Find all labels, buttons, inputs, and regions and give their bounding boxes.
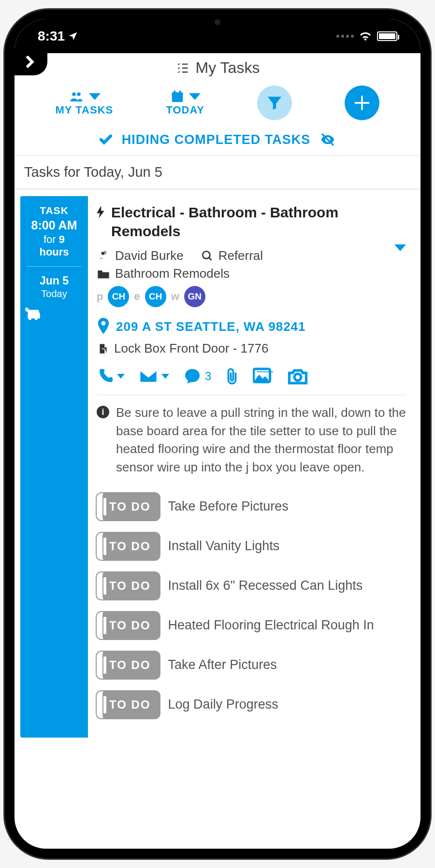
email-button[interactable] xyxy=(138,369,169,384)
date-header: Tasks for Today, Jun 5 xyxy=(14,156,420,189)
image-icon xyxy=(253,368,274,385)
todo-label: Heated Flooring Electrical Rough In xyxy=(168,618,374,633)
assignee-badge[interactable]: CH xyxy=(145,286,166,307)
chat-icon xyxy=(183,368,202,385)
lockbox-text: Lock Box Front Door - 1776 xyxy=(114,341,268,356)
hiding-label: HIDING COMPLETED TASKS xyxy=(122,132,311,147)
add-task-button[interactable] xyxy=(345,85,379,120)
todo-item: TO DOInstall Vanity Lights xyxy=(97,533,406,560)
chevron-down-icon xyxy=(117,374,125,379)
app-header: My Tasks xyxy=(14,53,420,81)
phone-icon xyxy=(97,368,114,385)
bolt-icon xyxy=(97,206,104,218)
source-icon xyxy=(201,250,214,262)
battery-icon xyxy=(377,31,397,41)
todo-label: Take After Pictures xyxy=(168,657,277,672)
address-link[interactable]: 209 A ST SEATTLE, WA 98241 xyxy=(97,318,406,335)
todo-status-button[interactable]: TO DO xyxy=(97,493,160,520)
camera-icon xyxy=(288,368,308,385)
chevron-down-icon xyxy=(189,93,201,100)
customer-icon: $ xyxy=(97,250,110,262)
group-filter-label: MY TASKS xyxy=(56,104,114,116)
todo-label: Install 6x 6" Recessed Can Lights xyxy=(168,578,363,593)
task-date: Jun 5 xyxy=(24,274,84,287)
call-button[interactable] xyxy=(97,368,125,385)
mail-icon xyxy=(138,369,159,384)
svg-point-9 xyxy=(294,374,301,381)
page-dots-icon xyxy=(336,35,354,38)
note-block: i Be sure to leave a pull string in the … xyxy=(97,404,406,477)
address-text: 209 A ST SEATTLE, WA 98241 xyxy=(116,319,306,334)
project-name: Bathroom Remodels xyxy=(115,266,230,281)
badge-prefix: p xyxy=(97,290,103,303)
pin-icon xyxy=(97,318,110,335)
task-body: Electrical - Bathroom - Bathroom Remodel… xyxy=(88,196,415,738)
notch xyxy=(150,10,285,31)
assignee-badge[interactable]: CH xyxy=(108,286,129,307)
location-arrow-icon xyxy=(68,31,78,42)
filter-row: MY TASKS TODAY xyxy=(14,81,420,127)
folder-icon xyxy=(97,268,110,280)
task-duration: for 9hours xyxy=(24,233,84,258)
filter-button[interactable] xyxy=(257,85,292,120)
todo-label: Log Daily Progress xyxy=(168,697,278,712)
actions-row: 3 xyxy=(97,367,406,395)
todo-status-button[interactable]: TO DO xyxy=(97,691,160,718)
task-time-sidebar: TASK 8:00 AM for 9hours Jun 5 Today xyxy=(20,196,88,738)
todo-status-button[interactable]: TO DO xyxy=(97,612,160,639)
chat-button[interactable]: 3 xyxy=(183,368,211,385)
wifi-icon xyxy=(359,31,372,42)
assignee-badges: pCHeCHwGN xyxy=(97,286,406,307)
attach-button[interactable] xyxy=(225,367,239,386)
badge-prefix: e xyxy=(134,290,140,303)
svg-rect-1 xyxy=(172,92,183,95)
chat-count: 3 xyxy=(205,370,211,383)
todo-status-button[interactable]: TO DO xyxy=(97,533,160,560)
info-icon: i xyxy=(97,406,109,418)
todo-item: TO DOInstall 6x 6" Recessed Can Lights xyxy=(97,572,406,599)
assignee-badge[interactable]: GN xyxy=(184,286,205,307)
date-filter-label: TODAY xyxy=(166,104,204,116)
todo-status-button[interactable]: TO DO xyxy=(97,572,160,599)
todo-label: Take Before Pictures xyxy=(168,499,289,514)
badge-prefix: w xyxy=(171,290,179,303)
task-date-sub: Today xyxy=(24,288,84,299)
status-time: 8:31 xyxy=(38,28,65,44)
page-title: My Tasks xyxy=(196,59,260,77)
calendar-icon xyxy=(170,89,185,104)
svg-rect-8 xyxy=(257,371,274,372)
customer-name: David Burke xyxy=(115,248,184,263)
tasks-list-icon xyxy=(175,61,190,75)
task-label: TASK xyxy=(24,205,84,216)
note-text: Be sure to leave a pull string in the wa… xyxy=(116,404,406,477)
source-label: Referral xyxy=(218,248,263,263)
svg-rect-2 xyxy=(174,91,176,94)
paperclip-icon xyxy=(225,367,239,386)
screen: 8:31 My Tasks xyxy=(14,19,420,849)
expand-menu-button[interactable] xyxy=(14,48,47,75)
todo-item: TO DOHeated Flooring Electrical Rough In xyxy=(97,612,406,639)
vehicle-icon xyxy=(24,305,84,321)
todo-label: Install Vanity Lights xyxy=(168,539,280,554)
todo-item: TO DOTake Before Pictures xyxy=(97,493,406,520)
expand-toggle[interactable] xyxy=(394,244,406,251)
svg-point-5 xyxy=(203,251,210,258)
chevron-down-icon xyxy=(161,374,169,379)
group-filter-button[interactable]: MY TASKS xyxy=(56,89,114,116)
task-time: 8:00 AM xyxy=(24,218,84,232)
plus-icon xyxy=(352,93,372,113)
svg-rect-3 xyxy=(179,91,181,94)
status-time-wrap: 8:31 xyxy=(38,28,78,44)
task-card[interactable]: TASK 8:00 AM for 9hours Jun 5 Today Elec… xyxy=(20,196,415,738)
date-filter-button[interactable]: TODAY xyxy=(166,89,204,116)
camera-button[interactable] xyxy=(288,368,308,385)
phone-frame: 8:31 My Tasks xyxy=(5,10,430,858)
todo-list: TO DOTake Before PicturesTO DOInstall Va… xyxy=(97,493,406,718)
svg-point-6 xyxy=(102,348,103,349)
todo-item: TO DOLog Daily Progress xyxy=(97,691,406,718)
gallery-button[interactable] xyxy=(253,368,274,385)
door-icon xyxy=(97,342,109,356)
hiding-toggle[interactable]: HIDING COMPLETED TASKS xyxy=(14,127,420,156)
svg-text:$: $ xyxy=(104,250,107,255)
todo-status-button[interactable]: TO DO xyxy=(97,652,160,679)
